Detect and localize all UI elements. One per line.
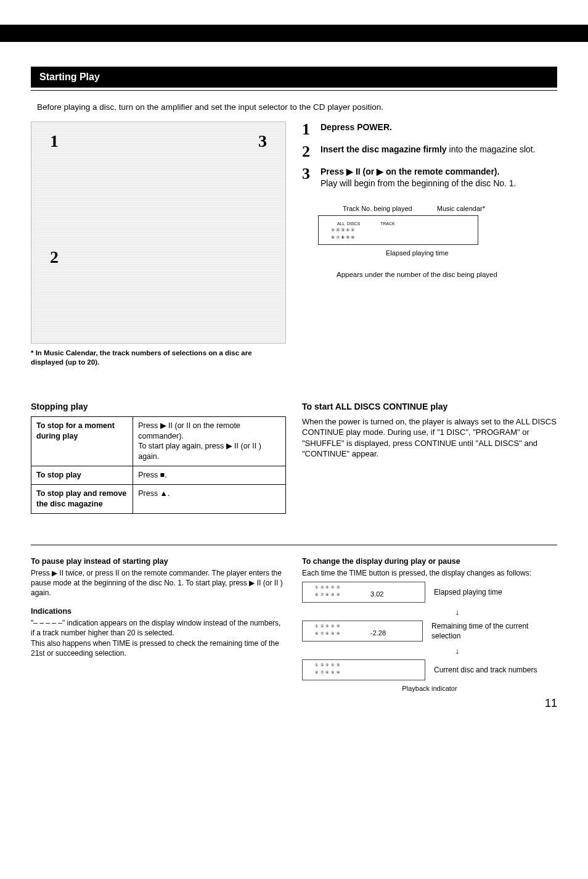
pause-body: Press ▶ II twice, or press II on the rem…	[31, 568, 286, 598]
stop-row-1-value: Press ■.	[133, 466, 286, 485]
top-black-bar	[0, 25, 588, 42]
bottom-two-column: To pause play instead of starting play P…	[31, 556, 557, 711]
display-row-2-caption: Current disc and track numbers	[434, 665, 537, 675]
right-column-steps: 1 Depress POWER. 2 Insert the disc magaz…	[302, 122, 557, 368]
stop-row-2-value: Press ▲.	[133, 485, 286, 514]
all-discs-column: To start ALL DISCS CONTINUE play When th…	[302, 386, 557, 514]
step-2-rest: into the magazine slot.	[447, 144, 536, 154]
horizontal-divider	[31, 545, 557, 545]
track-no-label: Track No. being played	[343, 204, 412, 213]
page-number: 11	[302, 696, 557, 711]
stop-row-2-label: To stop play and remove the disc magazin…	[31, 485, 133, 514]
appears-under-label: Appears under the number of the disc bei…	[337, 270, 557, 280]
diagram-step-2: 2	[50, 246, 59, 269]
intro-text: Before playing a disc, turn on the ampli…	[37, 102, 557, 113]
display-cycle-list: ① ② ③ ④ ⑤ ⑥ ⑦ ⑧ ⑨ ⑩ 3.02 Elapsed playing…	[302, 582, 557, 680]
display-row-2: ① ② ③ ④ ⑤ ⑥ ⑦ ⑧ ⑨ ⑩ Current disc and tra…	[302, 659, 557, 680]
main-two-column: 1 3 2 * In Music Calendar, the track num…	[31, 122, 557, 368]
table-row: To stop play Press ■.	[31, 466, 286, 485]
music-calendar-footnote: * In Music Calendar, the track numbers o…	[31, 349, 286, 368]
stop-row-0-label: To stop for a moment during play	[31, 416, 133, 466]
step-2-number: 2	[302, 144, 314, 160]
display-row-0: ① ② ③ ④ ⑤ ⑥ ⑦ ⑧ ⑨ ⑩ 3.02 Elapsed playing…	[302, 582, 557, 603]
indications-body: "– – – – –" indication appears on the di…	[31, 618, 286, 658]
section-title: Starting Play	[31, 67, 557, 88]
all-discs-body: When the power is turned on, the player …	[302, 416, 557, 460]
step-2: 2 Insert the disc magazine firmly into t…	[302, 144, 557, 160]
mini-lcd-1-value: -2.28	[370, 629, 386, 638]
step-3-rest: Play will begin from the beginning of th…	[321, 178, 557, 189]
step-2-bold: Insert the disc magazine firmly	[321, 144, 447, 154]
mini-lcd-1: ① ② ③ ④ ⑤ ⑥ ⑦ ⑧ ⑨ ⑩ -2.28	[302, 621, 423, 642]
cycle-arrow-icon: ↓	[357, 606, 557, 618]
music-calendar-label: Music calendar*	[437, 204, 485, 213]
bottom-left-column: To pause play instead of starting play P…	[31, 556, 286, 711]
step-3: 3 Press ▶ II (or ▶ on the remote command…	[302, 166, 557, 189]
mini-lcd-0: ① ② ③ ④ ⑤ ⑥ ⑦ ⑧ ⑨ ⑩ 3.02	[302, 582, 425, 603]
stop-row-1-label: To stop play	[31, 466, 133, 485]
diagram-step-1: 1	[50, 130, 59, 153]
section-underline	[31, 90, 557, 91]
lcd-display-figure: Track No. being played Music calendar* A…	[318, 204, 557, 280]
indications-heading: Indications	[31, 606, 286, 617]
display-row-0-caption: Elapsed playing time	[434, 587, 502, 597]
left-column: 1 3 2 * In Music Calendar, the track num…	[31, 122, 286, 368]
step-1-text: Depress POWER.	[321, 122, 392, 132]
stop-row-0-value: Press ▶ II (or II on the remote commande…	[133, 416, 286, 466]
playback-indicator-label: Playback indicator	[302, 684, 557, 693]
mini-lcd-0-value: 3.02	[370, 590, 383, 599]
lcd-panel: ALL DISCS TRACK ① ② ③ ④ ⑤ ⑥ ⑦ ⑧ ⑨ ⑩	[318, 215, 478, 245]
player-diagram: 1 3 2	[31, 122, 286, 344]
step-1-number: 1	[302, 122, 314, 138]
change-display-intro: Each time the TIME button is pressed, th…	[302, 568, 557, 578]
pause-heading: To pause play instead of starting play	[31, 556, 286, 567]
stopping-play-heading: Stopping play	[31, 401, 286, 413]
display-row-1: ① ② ③ ④ ⑤ ⑥ ⑦ ⑧ ⑨ ⑩ -2.28 Remaining time…	[302, 621, 557, 642]
stopping-play-column: Stopping play To stop for a moment durin…	[31, 386, 286, 514]
step-1: 1 Depress POWER.	[302, 122, 557, 138]
table-row: To stop for a moment during play Press ▶…	[31, 416, 286, 466]
display-row-1-caption: Remaining time of the current selection	[431, 621, 557, 641]
cycle-arrow-icon: ↓	[357, 645, 557, 657]
bottom-right-column: To change the display during play or pau…	[302, 556, 557, 711]
step-3-number: 3	[302, 166, 314, 189]
table-row: To stop play and remove the disc magazin…	[31, 485, 286, 514]
change-display-heading: To change the display during play or pau…	[302, 556, 557, 567]
step-3-bold: Press ▶ II (or ▶ on the remote commander…	[321, 166, 557, 178]
all-discs-heading: To start ALL DISCS CONTINUE play	[302, 401, 557, 413]
stopping-play-table: To stop for a moment during play Press ▶…	[31, 416, 286, 514]
elapsed-time-label: Elapsed playing time	[386, 249, 557, 258]
diagram-step-3: 3	[258, 130, 267, 153]
mini-lcd-2: ① ② ③ ④ ⑤ ⑥ ⑦ ⑧ ⑨ ⑩	[302, 659, 425, 680]
mid-two-column: Stopping play To stop for a moment durin…	[31, 386, 557, 514]
